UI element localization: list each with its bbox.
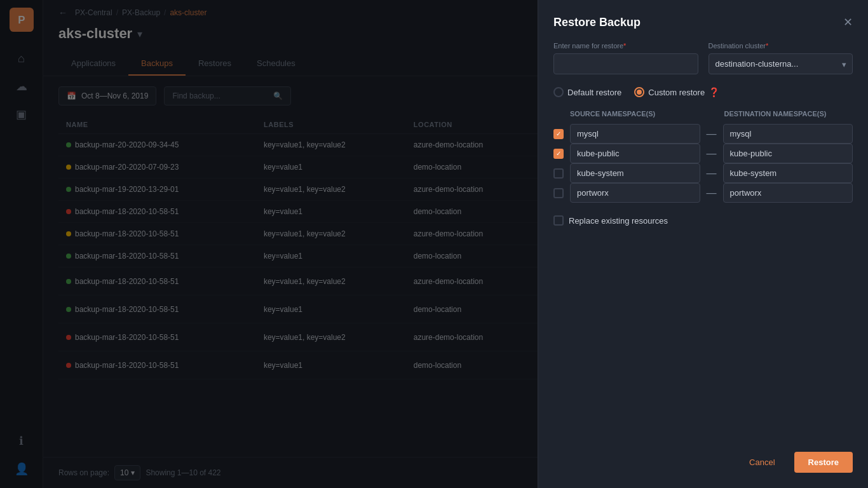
dest-cluster-select[interactable]: destination-clusterna... bbox=[709, 53, 853, 74]
replace-checkbox[interactable] bbox=[553, 215, 564, 226]
ns-checkbox-2[interactable] bbox=[553, 168, 564, 179]
restore-type-radio-group: Default restore Custom restore ❓ bbox=[553, 87, 853, 97]
ns-dest-input-1[interactable] bbox=[723, 144, 853, 163]
help-icon[interactable]: ❓ bbox=[709, 87, 719, 97]
dest-cluster-select-wrap: destination-clusterna... ▾ bbox=[709, 53, 853, 74]
custom-restore-option[interactable]: Custom restore ❓ bbox=[634, 87, 719, 97]
modal-title: Restore Backup bbox=[553, 16, 641, 29]
ns-arrow-icon: — bbox=[707, 187, 717, 199]
custom-restore-radio[interactable] bbox=[634, 87, 644, 97]
default-restore-radio[interactable] bbox=[553, 87, 564, 97]
source-ns-header: Source namespace(s) bbox=[570, 110, 699, 118]
ns-row-2: — bbox=[553, 163, 853, 183]
restore-name-label: Enter name for restore* bbox=[553, 42, 698, 50]
ns-arrow-icon: — bbox=[707, 148, 717, 159]
replace-existing-row: Replace existing resources bbox=[553, 215, 853, 226]
ns-source-input-1[interactable] bbox=[570, 144, 700, 163]
restore-name-field: Enter name for restore* bbox=[553, 42, 698, 74]
dest-ns-header: Destination namespace(s) bbox=[724, 110, 853, 118]
dest-cluster-label: Destination cluster* bbox=[709, 42, 853, 50]
ns-source-input-0[interactable] bbox=[570, 124, 700, 144]
cancel-button[interactable]: Cancel bbox=[738, 452, 786, 473]
namespace-section: Source namespace(s) Destination namespac… bbox=[553, 110, 853, 203]
ns-dest-input-0[interactable] bbox=[723, 124, 853, 144]
custom-restore-radio-dot bbox=[637, 90, 642, 95]
ns-arrow-icon: — bbox=[707, 168, 717, 179]
ns-checkbox-3[interactable] bbox=[553, 188, 564, 198]
ns-dest-input-2[interactable] bbox=[723, 163, 853, 183]
dest-cluster-field: Destination cluster* destination-cluster… bbox=[709, 42, 853, 74]
modal-close-button[interactable]: ✕ bbox=[843, 15, 853, 29]
custom-restore-label: Custom restore bbox=[648, 88, 705, 97]
modal-top-row: Enter name for restore* Destination clus… bbox=[553, 42, 853, 74]
restore-modal: Restore Backup ✕ Enter name for restore*… bbox=[538, 0, 868, 488]
ns-source-input-3[interactable] bbox=[570, 183, 700, 203]
ns-source-input-2[interactable] bbox=[570, 163, 700, 183]
modal-footer: Cancel Restore bbox=[553, 452, 853, 473]
ns-headers: Source namespace(s) Destination namespac… bbox=[553, 110, 853, 118]
ns-arrow-icon: — bbox=[707, 128, 717, 140]
ns-checkbox-0[interactable] bbox=[553, 129, 564, 139]
restore-name-input[interactable] bbox=[553, 53, 698, 74]
ns-dest-input-3[interactable] bbox=[723, 183, 853, 203]
modal-header: Restore Backup ✕ bbox=[553, 15, 853, 29]
replace-label: Replace existing resources bbox=[569, 216, 668, 226]
ns-row-1: — bbox=[553, 144, 853, 163]
ns-checkbox-1[interactable] bbox=[553, 149, 564, 159]
ns-row-3: — bbox=[553, 183, 853, 203]
namespace-rows: — — — — bbox=[553, 124, 853, 203]
default-restore-label: Default restore bbox=[567, 88, 621, 97]
default-restore-option[interactable]: Default restore bbox=[553, 87, 621, 97]
ns-row-0: — bbox=[553, 124, 853, 144]
restore-button[interactable]: Restore bbox=[794, 452, 853, 473]
